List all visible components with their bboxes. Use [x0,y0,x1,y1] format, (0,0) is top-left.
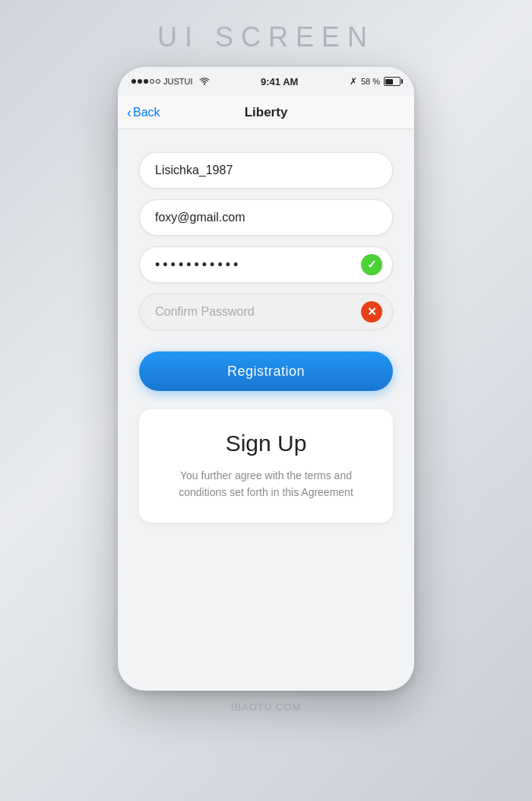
nav-bar: ‹ Back Liberty [118,96,414,129]
signal-dot-1 [131,79,136,84]
back-button[interactable]: ‹ Back [127,106,160,119]
password-wrapper: ✓ [139,246,393,283]
check-icon: ✓ [367,258,377,272]
phone-frame: JUSTUI 9:41 AM ✗ 58 % ‹ Back Liberty [118,67,414,691]
carrier-label: JUSTUI [163,77,193,86]
battery-fill [385,79,393,84]
footer-label: IBAOTU.COM [231,701,301,713]
status-left: JUSTUI [131,77,210,86]
confirm-password-wrapper: ✕ [139,294,393,330]
battery-percent: 58 % [361,77,380,86]
register-button[interactable]: Registration [139,351,393,391]
page-title: UI SCREEN [157,21,375,53]
bluetooth-icon: ✗ [350,76,357,87]
back-label: Back [133,106,160,119]
password-input[interactable] [139,246,393,283]
signal-dot-4 [150,79,154,84]
content-area: ✓ ✕ Registration Sign Up You further agr… [118,129,414,691]
nav-title: Liberty [245,105,288,120]
signup-card: Sign Up You further agree with the terms… [139,409,393,523]
password-valid-icon: ✓ [361,254,382,275]
confirm-invalid-icon: ✕ [361,301,382,323]
signal-dots [131,79,160,84]
back-chevron-icon: ‹ [127,106,131,119]
signal-dot-3 [144,79,148,84]
cross-icon: ✕ [367,305,377,319]
email-input[interactable] [139,199,393,236]
form-section: ✓ ✕ [139,152,393,330]
username-input[interactable] [139,152,393,189]
username-wrapper [139,152,393,189]
signal-dot-2 [138,79,142,84]
signal-dot-5 [156,79,160,84]
confirm-password-input[interactable] [139,294,393,330]
signup-title: Sign Up [157,431,375,456]
status-right: ✗ 58 % [350,76,401,87]
wifi-icon [199,78,210,85]
email-wrapper [139,199,393,236]
status-time: 9:41 AM [261,76,298,87]
signup-description: You further agree with the terms and con… [157,467,375,501]
status-bar: JUSTUI 9:41 AM ✗ 58 % [118,67,414,96]
battery-icon [384,77,401,86]
